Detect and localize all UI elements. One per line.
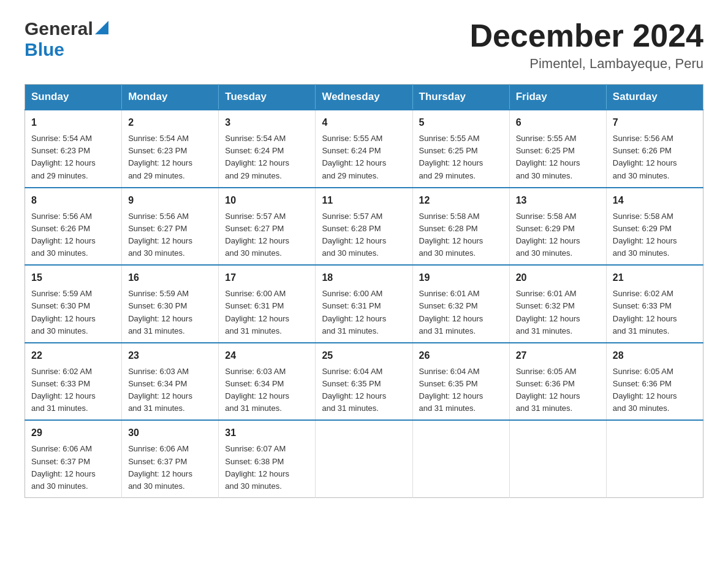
calendar-cell [316,420,412,497]
day-number: 25 [322,348,406,363]
day-info: Sunrise: 6:00 AMSunset: 6:31 PMDaylight:… [225,289,289,335]
day-number: 13 [516,193,600,208]
day-number: 1 [31,115,115,130]
weekday-header-monday: Monday [122,85,219,110]
day-info: Sunrise: 5:58 AMSunset: 6:29 PMDaylight:… [613,212,677,258]
day-number: 30 [128,426,212,440]
logo-blue-text: Blue [25,39,64,59]
day-info: Sunrise: 6:01 AMSunset: 6:32 PMDaylight:… [516,289,580,335]
day-number: 10 [225,193,309,208]
calendar-cell: 15 Sunrise: 5:59 AMSunset: 6:30 PMDaylig… [25,265,122,343]
day-info: Sunrise: 6:07 AMSunset: 6:38 PMDaylight:… [225,444,289,490]
day-info: Sunrise: 6:05 AMSunset: 6:36 PMDaylight:… [516,367,580,413]
weekday-header-thursday: Thursday [412,85,509,110]
day-info: Sunrise: 6:06 AMSunset: 6:37 PMDaylight:… [128,444,192,490]
calendar-cell: 28 Sunrise: 6:05 AMSunset: 6:36 PMDaylig… [606,343,703,421]
calendar-cell: 27 Sunrise: 6:05 AMSunset: 6:36 PMDaylig… [509,343,606,421]
day-number: 2 [128,115,212,130]
weekday-header-wednesday: Wednesday [316,85,412,110]
day-number: 18 [322,270,406,285]
calendar-cell: 5 Sunrise: 5:55 AMSunset: 6:25 PMDayligh… [412,110,509,188]
day-info: Sunrise: 5:54 AMSunset: 6:23 PMDaylight:… [31,134,96,180]
calendar-cell [412,420,509,497]
day-number: 3 [225,115,309,130]
day-number: 19 [419,270,503,285]
calendar-cell: 24 Sunrise: 6:03 AMSunset: 6:34 PMDaylig… [219,343,316,421]
calendar-cell: 7 Sunrise: 5:56 AMSunset: 6:26 PMDayligh… [606,110,703,188]
day-number: 17 [225,270,309,285]
weekday-header-friday: Friday [509,85,606,110]
day-info: Sunrise: 6:01 AMSunset: 6:32 PMDaylight:… [419,289,483,335]
calendar-cell: 3 Sunrise: 5:54 AMSunset: 6:24 PMDayligh… [219,110,316,188]
calendar-cell: 19 Sunrise: 6:01 AMSunset: 6:32 PMDaylig… [412,265,509,343]
weekday-header-row: SundayMondayTuesdayWednesdayThursdayFrid… [25,85,703,110]
day-number: 12 [419,193,503,208]
page-header: General Blue December 2024 Pimentel, Lam… [25,18,703,72]
week-row-1: 1 Sunrise: 5:54 AMSunset: 6:23 PMDayligh… [25,110,703,188]
day-number: 21 [613,270,697,285]
day-number: 27 [516,348,600,363]
day-number: 4 [322,115,406,130]
day-number: 28 [613,348,697,363]
svg-marker-0 [95,21,108,34]
calendar-table: SundayMondayTuesdayWednesdayThursdayFrid… [25,84,703,498]
day-info: Sunrise: 5:56 AMSunset: 6:26 PMDaylight:… [613,134,677,180]
calendar-cell: 25 Sunrise: 6:04 AMSunset: 6:35 PMDaylig… [316,343,412,421]
day-info: Sunrise: 5:57 AMSunset: 6:28 PMDaylight:… [322,212,386,258]
day-number: 15 [31,270,115,285]
logo-general-text: General [25,18,93,39]
location-subtitle: Pimentel, Lambayeque, Peru [469,56,703,72]
day-info: Sunrise: 6:02 AMSunset: 6:33 PMDaylight:… [31,367,96,413]
day-info: Sunrise: 5:59 AMSunset: 6:30 PMDaylight:… [31,289,96,335]
logo: General Blue [25,18,108,60]
calendar-cell [606,420,703,497]
calendar-cell: 10 Sunrise: 5:57 AMSunset: 6:27 PMDaylig… [219,188,316,266]
day-info: Sunrise: 5:55 AMSunset: 6:25 PMDaylight:… [516,134,580,180]
calendar-cell: 30 Sunrise: 6:06 AMSunset: 6:37 PMDaylig… [122,420,219,497]
day-number: 14 [613,193,697,208]
day-info: Sunrise: 6:04 AMSunset: 6:35 PMDaylight:… [419,367,483,413]
day-info: Sunrise: 5:54 AMSunset: 6:23 PMDaylight:… [128,134,192,180]
day-number: 22 [31,348,115,363]
calendar-cell: 22 Sunrise: 6:02 AMSunset: 6:33 PMDaylig… [25,343,122,421]
day-info: Sunrise: 5:59 AMSunset: 6:30 PMDaylight:… [128,289,192,335]
day-number: 31 [225,426,309,440]
calendar-cell: 23 Sunrise: 6:03 AMSunset: 6:34 PMDaylig… [122,343,219,421]
day-number: 11 [322,193,406,208]
title-block: December 2024 Pimentel, Lambayeque, Peru [469,18,703,72]
calendar-cell: 26 Sunrise: 6:04 AMSunset: 6:35 PMDaylig… [412,343,509,421]
calendar-cell: 2 Sunrise: 5:54 AMSunset: 6:23 PMDayligh… [122,110,219,188]
day-number: 5 [419,115,503,130]
calendar-cell: 18 Sunrise: 6:00 AMSunset: 6:31 PMDaylig… [316,265,412,343]
day-info: Sunrise: 5:56 AMSunset: 6:26 PMDaylight:… [31,212,96,258]
day-number: 24 [225,348,309,363]
calendar-cell: 9 Sunrise: 5:56 AMSunset: 6:27 PMDayligh… [122,188,219,266]
week-row-5: 29 Sunrise: 6:06 AMSunset: 6:37 PMDaylig… [25,420,703,497]
day-number: 23 [128,348,212,363]
day-info: Sunrise: 6:03 AMSunset: 6:34 PMDaylight:… [225,367,289,413]
day-info: Sunrise: 6:03 AMSunset: 6:34 PMDaylight:… [128,367,192,413]
calendar-cell: 31 Sunrise: 6:07 AMSunset: 6:38 PMDaylig… [219,420,316,497]
week-row-2: 8 Sunrise: 5:56 AMSunset: 6:26 PMDayligh… [25,188,703,266]
logo-triangle-icon [95,21,108,34]
day-number: 8 [31,193,115,208]
calendar-cell: 17 Sunrise: 6:00 AMSunset: 6:31 PMDaylig… [219,265,316,343]
calendar-cell: 12 Sunrise: 5:58 AMSunset: 6:28 PMDaylig… [412,188,509,266]
calendar-cell: 13 Sunrise: 5:58 AMSunset: 6:29 PMDaylig… [509,188,606,266]
day-info: Sunrise: 5:58 AMSunset: 6:29 PMDaylight:… [516,212,580,258]
calendar-cell: 1 Sunrise: 5:54 AMSunset: 6:23 PMDayligh… [25,110,122,188]
day-number: 29 [31,426,115,440]
day-info: Sunrise: 6:04 AMSunset: 6:35 PMDaylight:… [322,367,386,413]
weekday-header-saturday: Saturday [606,85,703,110]
day-info: Sunrise: 6:02 AMSunset: 6:33 PMDaylight:… [613,289,677,335]
day-info: Sunrise: 5:55 AMSunset: 6:25 PMDaylight:… [419,134,483,180]
weekday-header-tuesday: Tuesday [219,85,316,110]
day-info: Sunrise: 6:05 AMSunset: 6:36 PMDaylight:… [613,367,677,413]
day-info: Sunrise: 5:55 AMSunset: 6:24 PMDaylight:… [322,134,386,180]
calendar-cell: 6 Sunrise: 5:55 AMSunset: 6:25 PMDayligh… [509,110,606,188]
day-number: 9 [128,193,212,208]
day-info: Sunrise: 5:54 AMSunset: 6:24 PMDaylight:… [225,134,289,180]
day-info: Sunrise: 5:56 AMSunset: 6:27 PMDaylight:… [128,212,192,258]
calendar-cell: 21 Sunrise: 6:02 AMSunset: 6:33 PMDaylig… [606,265,703,343]
calendar-cell: 29 Sunrise: 6:06 AMSunset: 6:37 PMDaylig… [25,420,122,497]
